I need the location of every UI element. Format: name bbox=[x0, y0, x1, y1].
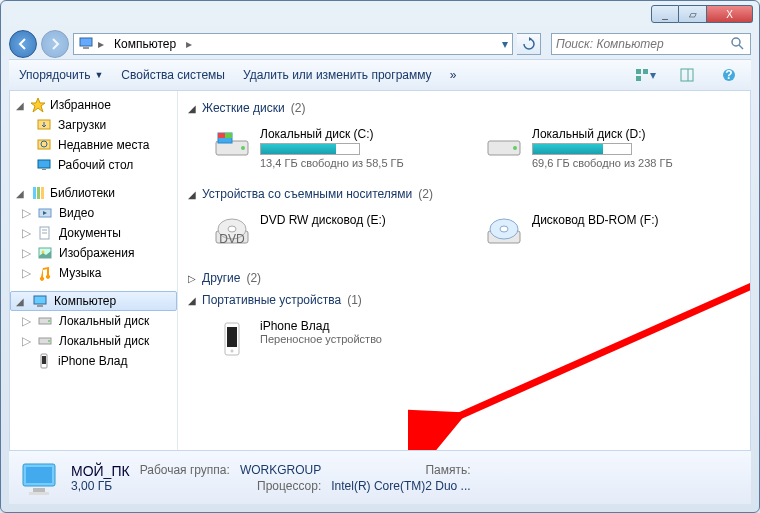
video-icon bbox=[37, 205, 53, 221]
back-button[interactable] bbox=[9, 30, 37, 58]
svg-point-28 bbox=[48, 320, 50, 322]
sidebar-item-pictures[interactable]: ▷Изображения bbox=[10, 243, 177, 263]
pane-icon bbox=[679, 67, 695, 83]
documents-icon bbox=[37, 225, 53, 241]
svg-rect-36 bbox=[218, 133, 225, 138]
help-button[interactable]: ? bbox=[717, 63, 741, 87]
memory-label: Память: bbox=[331, 463, 470, 479]
bd-icon bbox=[484, 213, 524, 253]
sidebar-libraries-header[interactable]: ◢ Библиотеки bbox=[10, 183, 177, 203]
collapse-icon: ◢ bbox=[188, 103, 196, 114]
toolbar: Упорядочить ▼ Свойства системы Удалить и… bbox=[9, 59, 751, 91]
sidebar-item-downloads[interactable]: Загрузки bbox=[10, 115, 177, 135]
svg-line-3 bbox=[739, 45, 743, 49]
expand-icon: ▷ bbox=[22, 266, 31, 280]
navbar: ▸ Компьютер ▸ ▾ bbox=[1, 29, 759, 59]
computer-large-icon bbox=[17, 456, 61, 500]
sidebar-item-drive-d[interactable]: ▷Локальный диск bbox=[10, 331, 177, 351]
svg-rect-26 bbox=[37, 305, 43, 307]
svg-rect-15 bbox=[42, 169, 46, 170]
dropdown-icon[interactable]: ▾ bbox=[502, 37, 508, 51]
sidebar-item-recent[interactable]: Недавние места bbox=[10, 135, 177, 155]
drive-c[interactable]: Локальный диск (C:) 13,4 ГБ свободно из … bbox=[208, 123, 468, 173]
svg-point-34 bbox=[241, 146, 245, 150]
sidebar-item-drive-c[interactable]: ▷Локальный диск bbox=[10, 311, 177, 331]
svg-point-46 bbox=[500, 226, 508, 232]
search-input[interactable] bbox=[556, 37, 726, 51]
bd-drive-f[interactable]: Дисковод BD-ROM (F:) bbox=[480, 209, 740, 257]
device-name: iPhone Влад bbox=[260, 319, 382, 333]
sidebar-favorites-header[interactable]: ◢ Избранное bbox=[10, 95, 177, 115]
group-portable[interactable]: ◢Портативные устройства (1) bbox=[188, 289, 740, 311]
libraries-icon bbox=[30, 185, 46, 201]
sidebar-item-desktop[interactable]: Рабочий стол bbox=[10, 155, 177, 175]
organize-menu[interactable]: Упорядочить ▼ bbox=[19, 68, 103, 82]
computer-name: МОЙ_ПК bbox=[71, 463, 130, 479]
breadcrumb-computer[interactable]: Компьютер bbox=[108, 34, 182, 54]
minimize-button[interactable]: _ bbox=[651, 5, 679, 23]
dvd-drive-e[interactable]: DVD DVD RW дисковод (E:) bbox=[208, 209, 468, 257]
drive-icon bbox=[37, 333, 53, 349]
sidebar-item-label: Видео bbox=[59, 206, 94, 220]
sidebar-item-music[interactable]: ▷Музыка bbox=[10, 263, 177, 283]
group-hard-drives[interactable]: ◢Жесткие диски (2) bbox=[188, 97, 740, 119]
details-pane: МОЙ_ПК Рабочая группа: WORKGROUP Память:… bbox=[9, 450, 751, 504]
toolbar-overflow-button[interactable]: » bbox=[450, 68, 457, 82]
drive-icon bbox=[212, 127, 252, 167]
svg-rect-1 bbox=[83, 47, 89, 49]
drive-d[interactable]: Локальный диск (D:) 69,6 ГБ свободно из … bbox=[480, 123, 740, 173]
maximize-button[interactable]: ▱ bbox=[679, 5, 707, 23]
computer-icon bbox=[78, 35, 94, 54]
collapse-icon: ◢ bbox=[16, 296, 26, 307]
address-bar[interactable]: ▸ Компьютер ▸ ▾ bbox=[73, 33, 513, 55]
group-removable[interactable]: ◢Устройства со съемными носителями (2) bbox=[188, 183, 740, 205]
chevron-down-icon: ▼ bbox=[94, 70, 103, 80]
star-icon bbox=[30, 97, 46, 113]
drive-icon bbox=[37, 313, 53, 329]
system-properties-button[interactable]: Свойства системы bbox=[121, 68, 225, 82]
sidebar-computer-header[interactable]: ◢ Компьютер bbox=[10, 291, 177, 311]
group-other[interactable]: ▷Другие (2) bbox=[188, 267, 740, 289]
pictures-icon bbox=[37, 245, 53, 261]
sidebar-label: Избранное bbox=[50, 98, 111, 112]
sidebar: ◢ Избранное Загрузки Недавние места Рабо… bbox=[10, 91, 178, 450]
sidebar-item-label: Локальный диск bbox=[59, 314, 149, 328]
svg-rect-48 bbox=[227, 327, 237, 347]
svg-text:?: ? bbox=[725, 68, 732, 82]
view-menu-button[interactable]: ▾ bbox=[633, 63, 657, 87]
help-icon: ? bbox=[721, 67, 737, 83]
sidebar-item-label: Загрузки bbox=[58, 118, 106, 132]
drive-name: Локальный диск (D:) bbox=[532, 127, 673, 141]
sidebar-item-label: iPhone Влад bbox=[58, 354, 127, 368]
sidebar-label: Компьютер bbox=[54, 294, 116, 308]
sidebar-item-iphone[interactable]: iPhone Влад bbox=[10, 351, 177, 371]
sidebar-item-documents[interactable]: ▷Документы bbox=[10, 223, 177, 243]
preview-pane-button[interactable] bbox=[675, 63, 699, 87]
arrow-right-icon bbox=[47, 36, 63, 52]
device-type: Переносное устройство bbox=[260, 333, 382, 345]
sidebar-item-video[interactable]: ▷Видео bbox=[10, 203, 177, 223]
expand-icon: ▷ bbox=[22, 206, 31, 220]
arrow-left-icon bbox=[15, 36, 31, 52]
drive-free-space: 13,4 ГБ свободно из 58,5 ГБ bbox=[260, 157, 404, 169]
computer-icon bbox=[32, 293, 48, 309]
svg-rect-18 bbox=[41, 187, 44, 199]
search-box[interactable] bbox=[551, 33, 751, 55]
refresh-button[interactable] bbox=[517, 33, 541, 55]
sidebar-label: Библиотеки bbox=[50, 186, 115, 200]
forward-button[interactable] bbox=[41, 30, 69, 58]
collapse-icon: ◢ bbox=[16, 188, 26, 199]
close-button[interactable]: X bbox=[707, 5, 753, 23]
svg-point-49 bbox=[231, 350, 234, 353]
phone-icon bbox=[212, 319, 252, 359]
uninstall-programs-button[interactable]: Удалить или изменить программу bbox=[243, 68, 432, 82]
svg-rect-32 bbox=[42, 356, 46, 364]
expand-icon: ▷ bbox=[22, 334, 31, 348]
iphone-device[interactable]: iPhone Влад Переносное устройство bbox=[208, 315, 468, 363]
drive-free-space: 69,6 ГБ свободно из 238 ГБ bbox=[532, 157, 673, 169]
cpu-value: Intel(R) Core(TM)2 Duo ... bbox=[331, 479, 470, 493]
collapse-icon: ◢ bbox=[188, 189, 196, 200]
svg-rect-6 bbox=[636, 76, 641, 81]
expand-icon: ▷ bbox=[22, 246, 31, 260]
svg-rect-5 bbox=[643, 69, 648, 74]
